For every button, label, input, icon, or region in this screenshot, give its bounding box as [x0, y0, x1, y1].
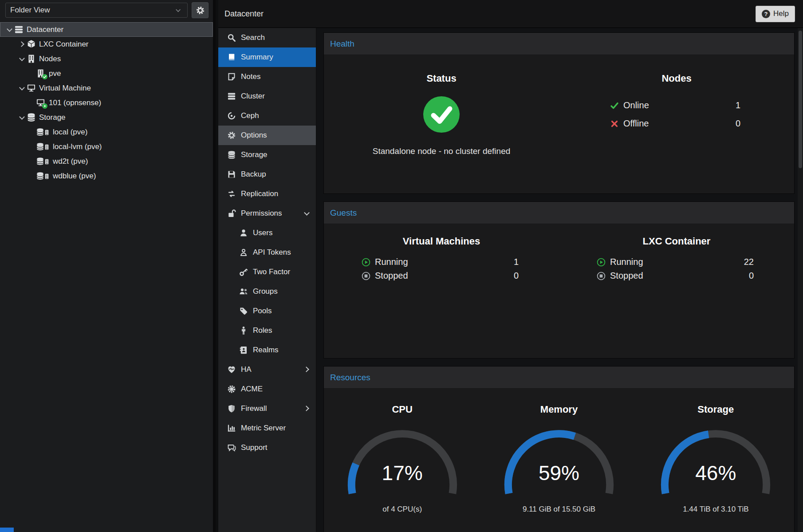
nav-item-summary[interactable]: Summary — [218, 47, 316, 67]
tree-item-label: 101 (opnsense) — [49, 99, 101, 107]
nav-item-label: Groups — [253, 287, 278, 296]
tree-item-lxc-container[interactable]: LXC Container — [0, 37, 213, 51]
health-title: Health — [330, 39, 354, 49]
status-heading: Status — [324, 73, 559, 84]
nav-item-label: API Tokens — [253, 248, 291, 257]
chevron-right-icon[interactable] — [303, 404, 311, 413]
nav-item-metric-server[interactable]: Metric Server — [218, 418, 316, 438]
lxc-stopped-value: 0 — [749, 271, 756, 281]
database-icon — [36, 142, 44, 151]
nav-item-label: Notes — [241, 72, 260, 81]
chevron-down-icon[interactable] — [18, 84, 27, 93]
tree-item-storage[interactable]: Storage — [0, 110, 213, 125]
nav-item-support[interactable]: Support — [218, 438, 316, 457]
view-mode-value: Folder View — [10, 6, 50, 15]
nav-item-label: Permissions — [241, 209, 282, 218]
datacenter-nav-panel: Search Summary Notes Cluster Ceph Option… — [218, 28, 316, 532]
nav-item-label: Support — [241, 443, 268, 452]
guests-panel-header[interactable]: Guests — [324, 202, 794, 224]
storage-caption: 1.44 TiB of 3.10 TiB — [638, 505, 794, 514]
chevron-down-icon[interactable] — [5, 25, 14, 34]
tree-item-storage-wd2t[interactable]: wd2t (pve) — [0, 154, 213, 169]
nav-item-ha[interactable]: HA — [218, 360, 316, 379]
resources-panel-header[interactable]: Resources — [324, 366, 794, 389]
database-icon — [36, 157, 44, 166]
nav-item-pools[interactable]: Pools — [218, 301, 316, 321]
vertical-scrollbar[interactable] — [798, 28, 803, 532]
nav-item-options[interactable]: Options — [218, 126, 316, 145]
server-icon — [14, 25, 24, 34]
health-panel-header[interactable]: Health — [324, 33, 794, 55]
nav-item-api-tokens[interactable]: API Tokens — [218, 243, 316, 262]
nodes-rows: Online 1 Offline 0 — [610, 100, 743, 129]
user-icon — [239, 229, 248, 237]
tree-item-storage-local[interactable]: local (pve) — [0, 125, 213, 139]
nav-item-firewall[interactable]: Firewall — [218, 399, 316, 418]
tree-item-nodes[interactable]: Nodes — [0, 51, 213, 66]
nav-item-groups[interactable]: Groups — [218, 282, 316, 301]
node-online-icon — [36, 69, 46, 79]
storage-gauge: 46% — [649, 427, 782, 503]
chevron-down-icon[interactable] — [18, 55, 27, 63]
nav-item-notes[interactable]: Notes — [218, 67, 316, 87]
status-ok-icon — [324, 96, 559, 135]
page-title[interactable]: Datacenter — [224, 9, 264, 19]
nav-item-two-factor[interactable]: Two Factor — [218, 262, 316, 282]
note-icon — [227, 72, 236, 81]
nav-item-realms[interactable]: Realms — [218, 340, 316, 360]
chevron-down-icon — [175, 7, 182, 14]
check-icon — [610, 101, 619, 110]
vm-heading: Virtual Machines — [324, 236, 559, 247]
tree-item-virtual-machine[interactable]: Virtual Machine — [0, 81, 213, 95]
storage-icon — [36, 157, 50, 166]
ceph-icon — [227, 111, 236, 120]
nav-item-users[interactable]: Users — [218, 223, 316, 243]
nav-item-label: Summary — [241, 53, 273, 62]
tree-item-pve[interactable]: pve — [0, 66, 213, 81]
memory-percent: 59% — [492, 461, 626, 485]
building-icon — [27, 54, 36, 63]
guests-panel: Guests Virtual Machines Running 1 Stoppe… — [323, 201, 795, 359]
nodes-online-row: Online 1 — [610, 100, 743, 110]
nav-item-roles[interactable]: Roles — [218, 321, 316, 340]
tree-item-storage-local-lvm[interactable]: local-lvm (pve) — [0, 139, 213, 154]
chevron-right-icon[interactable] — [303, 365, 311, 374]
view-mode-select[interactable]: Folder View — [5, 3, 188, 18]
online-label: Online — [623, 100, 649, 110]
nodes-offline-row: Offline 0 — [610, 118, 743, 129]
nav-item-replication[interactable]: Replication — [218, 184, 316, 204]
nav-item-acme[interactable]: ACME — [218, 379, 316, 399]
nav-item-ceph[interactable]: Ceph — [218, 106, 316, 126]
key-icon — [239, 268, 248, 276]
nav-item-search[interactable]: Search — [218, 28, 316, 47]
database-icon — [36, 128, 44, 136]
person-icon — [239, 326, 248, 335]
nav-item-label: Storage — [241, 150, 268, 159]
cube-icon — [27, 39, 36, 49]
nav-item-permissions[interactable]: Permissions — [218, 204, 316, 223]
tree-item-label: wd2t (pve) — [53, 157, 88, 166]
tree-item-datacenter[interactable]: Datacenter — [0, 22, 213, 37]
gear-icon — [227, 131, 236, 140]
memory-column: Memory 59% 9.11 GiB of 15.50 GiB — [480, 389, 637, 532]
tree-item-storage-wdblue[interactable]: wdblue (pve) — [0, 169, 213, 183]
nav-item-backup[interactable]: Backup — [218, 165, 316, 184]
virtual-machines-column: Virtual Machines Running 1 Stopped 0 — [324, 224, 559, 358]
shield-icon — [227, 404, 236, 413]
nav-item-cluster[interactable]: Cluster — [218, 87, 316, 106]
database-icon — [227, 150, 236, 159]
check-badge-icon — [42, 74, 47, 79]
nav-item-storage[interactable]: Storage — [218, 145, 316, 165]
database-icon — [36, 172, 44, 180]
scrollbar-thumb[interactable] — [799, 31, 802, 168]
chevron-right-icon[interactable] — [18, 40, 27, 49]
chevron-down-icon[interactable] — [303, 209, 311, 218]
tree-item-label: pve — [49, 69, 61, 78]
tree-settings-button[interactable] — [192, 2, 209, 18]
help-button[interactable]: ? Help — [756, 6, 795, 22]
nav-item-label: Ceph — [241, 111, 259, 120]
unlock-icon — [227, 209, 236, 218]
chevron-down-icon[interactable] — [18, 113, 27, 122]
health-panel: Health Status Standalone node - no clust… — [323, 32, 795, 194]
tree-item-vm-101[interactable]: 101 (opnsense) — [0, 95, 213, 110]
